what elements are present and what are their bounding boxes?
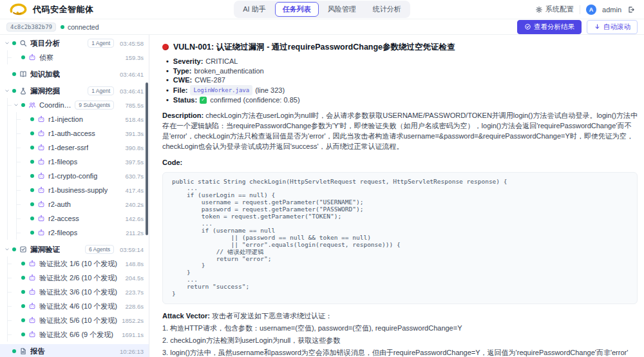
duration-label: 240.2s (118, 201, 144, 208)
status-dot (21, 304, 25, 308)
bullet: • (166, 86, 169, 95)
field-value: broken_authentication (194, 66, 263, 76)
description-label: Description: (162, 111, 204, 119)
tree-connector-tick (16, 176, 21, 177)
sidebar-item-coordinator[interactable]: Coordinator9 SubAgents785.5s (0, 98, 149, 112)
sidebar-item-verify-batch-2[interactable]: 验证批次 2/6 (10 个发现)204.5s (0, 271, 149, 285)
sidebar-item-verify-batch-4[interactable]: 验证批次 4/6 (10 个发现)228.6s (0, 299, 149, 313)
sidebar-item-vuln-mining[interactable]: 漏洞挖掘1 Agent03:46:41 (0, 84, 149, 98)
status-dot (21, 333, 25, 336)
sidebar-item-label: r1-business-supply (48, 186, 108, 194)
sidebar-item-project-analysis[interactable]: 项目分析1 Agent03:45:58 (0, 36, 149, 50)
tab-task-list[interactable]: 任务列表 (275, 2, 319, 17)
sidebar-item-r1-crypto-config[interactable]: r1-crypto-config630.7s (0, 169, 149, 183)
sidebar-item-label: r2-fileops (48, 229, 77, 236)
status-dot (30, 202, 34, 206)
sidebar-item-vuln-verification[interactable]: 漏洞验证6 Agents03:59:14 (0, 242, 149, 256)
status-dot (30, 174, 34, 178)
header-nav: AI 助手任务列表风险管理统计分析 (234, 1, 410, 18)
robot-icon (28, 288, 36, 296)
duration-label: 228.6s (118, 303, 144, 310)
sidebar-item-label: 漏洞验证 (30, 245, 60, 255)
sidebar-item-label: Coordinator (39, 101, 75, 109)
sidebar-item-verify-batch-3[interactable]: 验证批次 3/6 (10 个发现)223.7s (0, 285, 149, 299)
tree-connector-tick (16, 133, 21, 134)
robot-icon (37, 172, 45, 180)
sidebar-item-label: r1-injection (48, 115, 83, 123)
sidebar-item-r2-fileops[interactable]: r2-fileops211.2s (0, 226, 149, 240)
bullet: • (166, 95, 169, 105)
code-block: public static String checkLogin(HttpServ… (162, 172, 638, 304)
robot-icon (28, 302, 36, 310)
duration-label: 148.8s (118, 260, 144, 267)
tab-statistics[interactable]: 统计分析 (365, 2, 409, 17)
chevron-down-icon[interactable] (4, 246, 10, 253)
attack-vector-label: Attack Vector: (162, 312, 210, 320)
users-icon (28, 101, 36, 109)
vulnerability-report: VULN-001: 认证绕过漏洞 - 通过requirePasswordChan… (149, 35, 644, 357)
status-dot (30, 217, 34, 220)
sidebar-item-r1-fileops[interactable]: r1-fileops397.5s (0, 155, 149, 169)
tab-risk-management[interactable]: 风险管理 (320, 2, 364, 17)
robot-icon (37, 115, 45, 123)
status-dot (21, 55, 25, 59)
tree-connector-line (7, 226, 8, 240)
status-dot (12, 349, 16, 353)
sidebar-item-r2-auth[interactable]: r2-auth240.2s (0, 197, 149, 211)
sidebar-item-label: r2-auth (48, 200, 71, 208)
vuln-fields: •Severity:CRITICAL•Type:broken_authentic… (165, 57, 638, 105)
bullet: • (166, 57, 169, 66)
tree-connector-tick (16, 233, 21, 233)
sidebar-item-r2-access[interactable]: r2-access142.6s (0, 211, 149, 226)
system-config-button[interactable]: 系统配置 (535, 5, 574, 14)
view-results-button[interactable]: 查看分析结果 (517, 20, 582, 34)
sidebar-item-verify-batch-5[interactable]: 验证批次 5/6 (10 个发现)1852.2s (0, 313, 149, 327)
app-title: 代码安全智能体 (33, 4, 94, 15)
duration-label: 03:45:58 (118, 40, 144, 47)
sidebar-item-recon[interactable]: 侦察159.3s (0, 50, 149, 64)
brand-logo-icon (9, 3, 28, 16)
chevron-down-icon[interactable] (4, 88, 10, 94)
duration-label: 630.7s (118, 173, 144, 180)
status-dot (30, 117, 34, 121)
sidebar-item-r1-business-supply[interactable]: r1-business-supply417.4s (0, 183, 149, 197)
status-dot (30, 146, 34, 150)
tree-connector-line (7, 126, 8, 140)
bullet: • (166, 66, 169, 76)
sidebar-item-r1-deser-ssrf[interactable]: r1-deser-ssrf390.8s (0, 140, 149, 155)
sidebar-item-r1-injection[interactable]: r1-injection518.4s (0, 112, 149, 126)
sidebar-item-r1-auth-access[interactable]: r1-auth-access391.3s (0, 126, 149, 140)
autoscroll-button[interactable]: 自动滚动 (587, 20, 638, 34)
attack-step: 2. checkLogin方法检测到userLogin为null，获取这些参数 (162, 336, 638, 345)
sidebar-item-report[interactable]: 报告10:26:13 (0, 344, 149, 357)
sidebar-item-label: 验证批次 6/6 (9 个发现) (39, 330, 113, 340)
view-results-icon (524, 23, 531, 30)
chevron-down-icon[interactable] (13, 102, 19, 108)
sidebar-item-verify-batch-1[interactable]: 验证批次 1/6 (10 个发现)148.8s (0, 256, 149, 271)
robot-icon (28, 53, 36, 61)
status-dot (21, 290, 25, 294)
sidebar-item-knowledge-loading[interactable]: 知识加载03:46:41 (0, 67, 149, 81)
bullet: • (166, 75, 169, 85)
book-icon (19, 70, 27, 78)
code-label: Code: (162, 158, 638, 168)
sidebar-item-verify-batch-6[interactable]: 验证批次 6/6 (9 个发现)1691.1s (0, 327, 149, 342)
robot-icon (37, 229, 45, 236)
attack-vector: Attack Vector: 攻击者可发送如下恶意请求绕过认证： (162, 311, 638, 321)
robot-icon (37, 130, 45, 137)
robot-icon (37, 186, 45, 194)
agent-count-badge: 1 Agent (88, 86, 114, 95)
avatar[interactable]: A (586, 5, 596, 15)
logout-icon[interactable] (627, 6, 635, 14)
brand: 代码安全智能体 (9, 3, 234, 16)
tab-ai-assistant[interactable]: AI 助手 (235, 2, 273, 17)
vuln-title-text: VULN-001: 认证绕过漏洞 - 通过requirePasswordChan… (173, 41, 455, 53)
vuln-field-type: •Type:broken_authentication (165, 66, 638, 76)
chevron-down-icon[interactable] (4, 40, 10, 46)
agent-count-badge: 9 SubAgents (75, 101, 114, 110)
sidebar-item-label: r1-crypto-config (48, 172, 97, 180)
vuln-field-file: •File:LoginWorker.java(line 323) (165, 85, 638, 96)
field-value: CWE-287 (194, 75, 225, 85)
robot-icon (28, 331, 36, 338)
sidebar-scrollbar[interactable] (146, 82, 148, 235)
